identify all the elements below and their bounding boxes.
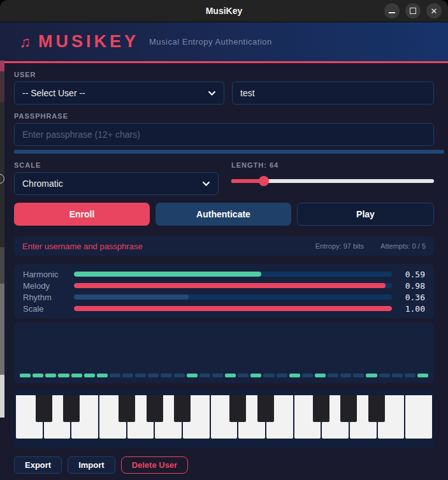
black-key[interactable]: [147, 395, 163, 422]
sliver-segment: [0, 247, 4, 284]
passphrase-label: PASSPHRASE: [14, 112, 434, 120]
import-button[interactable]: Import: [68, 456, 115, 474]
background-window-sliver: ‹: [0, 61, 4, 418]
meter-row: Scale1.00: [23, 303, 425, 314]
main-content: USER -- Select User -- PASSPHRASE SCALE …: [0, 71, 448, 474]
chevron-down-icon: [208, 91, 216, 96]
window-controls: ✕: [384, 3, 442, 18]
meter-row: Melody0.98: [23, 280, 425, 291]
white-key[interactable]: [405, 395, 432, 439]
black-key[interactable]: [313, 395, 329, 422]
length-label: LENGTH: 64: [231, 161, 434, 169]
black-key[interactable]: [229, 395, 246, 422]
meter-fill: [74, 272, 261, 277]
meter-value: 1.00: [392, 304, 425, 314]
step-active: [315, 374, 326, 377]
meter-track: [74, 295, 392, 300]
black-key[interactable]: [340, 395, 357, 422]
meter-label: Harmonic: [23, 270, 74, 279]
delete-user-button[interactable]: Delete User: [121, 456, 189, 474]
step-inactive: [302, 374, 313, 377]
step-inactive: [174, 374, 185, 377]
step-active: [20, 374, 31, 377]
meter-label: Rhythm: [23, 293, 74, 302]
scale-select-value: Chromatic: [22, 178, 63, 189]
step-active: [97, 374, 108, 377]
step-inactive: [135, 374, 146, 377]
step-active: [33, 374, 43, 377]
scale-column: SCALE Chromatic: [14, 154, 219, 195]
user-label: USER: [14, 71, 434, 78]
step-inactive: [392, 374, 403, 377]
entropy-readout: Entropy: 97 bits: [315, 242, 364, 250]
music-note-icon: ♫: [19, 33, 31, 51]
meter-fill: [74, 283, 386, 288]
user-select[interactable]: -- Select User --: [14, 82, 224, 105]
step-inactive: [199, 374, 210, 377]
minimize-icon: [389, 12, 395, 13]
length-column: LENGTH: 64: [226, 154, 434, 195]
meter-track: [74, 283, 392, 288]
black-key[interactable]: [63, 395, 80, 422]
maximize-button[interactable]: [405, 3, 421, 18]
step-inactive: [328, 374, 338, 377]
username-input[interactable]: [232, 82, 434, 105]
step-active: [45, 374, 56, 377]
step-active: [187, 374, 198, 377]
user-select-value: -- Select User --: [22, 88, 85, 98]
app-header: ♫ MUSIKEY Musical Entropy Authentication: [0, 22, 448, 63]
passphrase-input[interactable]: [14, 123, 434, 146]
step-active: [366, 374, 377, 377]
piano-keyboard: [16, 395, 432, 439]
titlebar[interactable]: MusiKey ✕: [0, 0, 448, 22]
step-active: [71, 374, 82, 377]
scale-length-row: SCALE Chromatic LENGTH: 64: [14, 154, 434, 195]
status-panel: Enter username and passphrase Entropy: 9…: [14, 236, 434, 256]
scale-label: SCALE: [14, 161, 219, 169]
step-inactive: [110, 374, 120, 377]
black-key[interactable]: [119, 395, 135, 422]
black-key[interactable]: [257, 395, 274, 422]
scale-select[interactable]: Chromatic: [14, 172, 219, 195]
app-subtitle: Musical Entropy Authentication: [149, 37, 272, 47]
play-button[interactable]: Play: [297, 203, 434, 226]
close-button[interactable]: ✕: [426, 3, 442, 18]
step-inactive: [161, 374, 171, 377]
step-inactive: [353, 374, 364, 377]
action-buttons-row: EnrollAuthenticatePlay: [14, 203, 434, 226]
export-button[interactable]: Export: [14, 456, 62, 474]
black-key[interactable]: [36, 395, 52, 422]
slider-thumb[interactable]: [259, 176, 269, 186]
meter-label: Scale: [23, 304, 74, 314]
meter-track: [74, 306, 392, 311]
sequence-visualization: [14, 323, 434, 383]
authenticate-button[interactable]: Authenticate: [155, 203, 291, 226]
sliver-segment: [0, 284, 4, 375]
length-slider[interactable]: [231, 172, 434, 195]
user-row: -- Select User --: [14, 82, 434, 105]
black-key[interactable]: [174, 395, 191, 422]
step-active: [289, 374, 300, 377]
sliver-segment: [0, 71, 4, 102]
step-inactive: [238, 374, 249, 377]
step-inactive: [263, 374, 274, 377]
musikey-window: MusiKey ✕ ♫ MUSIKEY Musical Entropy Auth…: [0, 0, 448, 480]
sliver-segment: [0, 61, 4, 71]
sliver-segment: [0, 375, 4, 418]
app-title: MUSIKEY: [38, 32, 139, 52]
maximize-icon: [410, 8, 416, 14]
meter-fill: [74, 295, 189, 300]
meters-panel: Harmonic0.59Melody0.98Rhythm0.36Scale1.0…: [14, 264, 434, 318]
piano-panel: [14, 389, 434, 448]
step-inactive: [379, 374, 390, 377]
minimize-button[interactable]: [384, 3, 400, 18]
black-key[interactable]: [368, 395, 385, 422]
step-active: [417, 374, 428, 377]
sequence-steps: [20, 374, 428, 377]
window-title: MusiKey: [206, 6, 243, 16]
step-inactive: [122, 374, 133, 377]
step-active: [225, 374, 236, 377]
status-message: Enter username and passphrase: [22, 242, 143, 251]
meter-value: 0.36: [392, 293, 425, 302]
enroll-button[interactable]: Enroll: [14, 203, 150, 226]
